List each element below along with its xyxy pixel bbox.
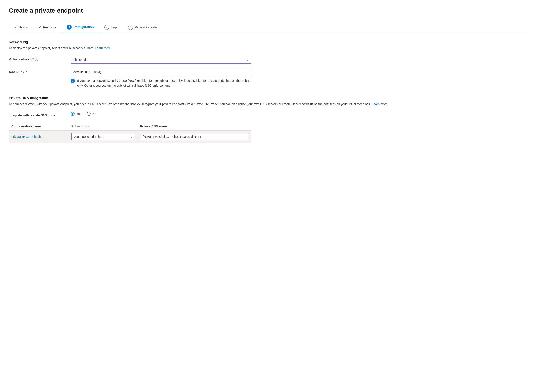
- dns-radio-yes[interactable]: Yes: [70, 112, 81, 116]
- dns-table-body: privatelink-azurehealt... your subscript…: [9, 130, 251, 143]
- dns-config-name: privatelink-azurehealt...: [11, 135, 43, 138]
- tab-basics-label: Basics: [19, 26, 28, 29]
- subnet-info-icon[interactable]: i: [23, 70, 27, 73]
- dns-zone-cell: (New) privatelink.azurehealthcareapis.co…: [138, 130, 251, 143]
- dns-subscription-cell: your subscription here ⌄: [69, 130, 138, 143]
- tab-tags[interactable]: 4 Tags: [99, 22, 123, 33]
- networking-description: To deploy the private endpoint, select a…: [9, 46, 526, 51]
- dns-integrate-row: Integrate with private DNS zone Yes No: [9, 112, 251, 117]
- subnet-value: default (10.8.0.0/24): [73, 70, 101, 74]
- nsg-info-box: ℹ If you have a network security group (…: [70, 78, 251, 88]
- radio-no-input[interactable]: [87, 112, 91, 116]
- virtual-network-info-icon[interactable]: i: [35, 58, 38, 61]
- dns-integrate-label: Integrate with private DNS zone: [9, 112, 70, 117]
- dns-learn-more-link[interactable]: Learn more: [372, 102, 388, 106]
- tab-configuration-label: Configuration: [73, 25, 94, 29]
- radio-no-label: No: [92, 112, 96, 116]
- dns-zone-value: (New) privatelink.azurehealthcareapis.co…: [143, 135, 201, 138]
- radio-yes-input[interactable]: [70, 112, 75, 116]
- dns-col-config: Configuration name: [9, 122, 69, 131]
- networking-title: Networking: [9, 40, 526, 44]
- chevron-down-icon: ⌄: [246, 58, 249, 61]
- page-title: Create a private endpoint: [9, 7, 526, 14]
- dns-subscription-dropdown[interactable]: your subscription here ⌄: [71, 133, 135, 140]
- networking-learn-more-link[interactable]: Learn more: [95, 46, 111, 50]
- dns-radio-options: Yes No: [70, 112, 251, 116]
- dns-table-header: Configuration name Subscription Private …: [9, 122, 251, 131]
- chevron-down-icon-zone: ⌄: [244, 135, 246, 138]
- dns-section-title: Private DNS integration: [9, 96, 526, 100]
- nsg-info-text: If you have a network security group (NS…: [77, 78, 251, 88]
- tab-review-label: Review + create: [135, 26, 157, 29]
- virtual-network-label: Virtual network * i: [9, 56, 70, 61]
- dns-section: Private DNS integration To connect priva…: [9, 96, 526, 143]
- checkmark-icon: ✓: [14, 25, 17, 29]
- dns-radio-group: Yes No: [70, 112, 251, 116]
- radio-yes-label: Yes: [76, 112, 81, 116]
- dns-subscription-value: your subscription here: [74, 135, 104, 138]
- tab-review[interactable]: 5 Review + create: [123, 22, 162, 33]
- networking-section: Networking To deploy the private endpoin…: [9, 40, 526, 88]
- virtual-network-required: *: [33, 58, 33, 61]
- virtual-network-control: plexample ⌄: [70, 56, 251, 64]
- dns-config-name-cell: privatelink-azurehealt...: [9, 130, 69, 143]
- tab-resource-label: Resource: [43, 26, 56, 29]
- step-circle-3: 3: [67, 25, 72, 30]
- tab-configuration[interactable]: 3 Configuration: [61, 22, 99, 33]
- dns-section-description: To connect privately with your private e…: [9, 102, 526, 107]
- virtual-network-value: plexample: [73, 58, 88, 61]
- step-circle-4: 4: [104, 25, 109, 30]
- wizard-tabs: ✓ Basics ✓ Resource 3 Configuration 4 Ta…: [9, 22, 526, 33]
- dns-col-zones: Private DNS zones: [138, 122, 251, 131]
- tab-tags-label: Tags: [111, 26, 117, 29]
- subnet-required: *: [20, 70, 22, 73]
- table-row: privatelink-azurehealt... your subscript…: [9, 130, 251, 143]
- virtual-network-dropdown[interactable]: plexample ⌄: [70, 56, 251, 64]
- dns-col-subscription: Subscription: [69, 122, 138, 131]
- step-circle-5: 5: [128, 25, 133, 30]
- chevron-down-icon-subnet: ⌄: [246, 70, 249, 74]
- dns-zone-dropdown[interactable]: (New) privatelink.azurehealthcareapis.co…: [140, 133, 249, 140]
- subnet-dropdown[interactable]: default (10.8.0.0/24) ⌄: [70, 68, 251, 76]
- subnet-label: Subnet * i: [9, 68, 70, 73]
- nsg-info-circle-icon: ℹ: [70, 79, 75, 83]
- dns-radio-no[interactable]: No: [87, 112, 96, 116]
- checkmark-icon-2: ✓: [38, 25, 41, 29]
- chevron-down-icon-sub: ⌄: [130, 135, 132, 138]
- subnet-row: Subnet * i default (10.8.0.0/24) ⌄ ℹ If …: [9, 68, 251, 88]
- virtual-network-row: Virtual network * i plexample ⌄: [9, 56, 251, 64]
- subnet-control: default (10.8.0.0/24) ⌄ ℹ If you have a …: [70, 68, 251, 88]
- tab-resource[interactable]: ✓ Resource: [33, 23, 61, 33]
- tab-basics[interactable]: ✓ Basics: [9, 23, 33, 33]
- dns-table: Configuration name Subscription Private …: [9, 122, 251, 143]
